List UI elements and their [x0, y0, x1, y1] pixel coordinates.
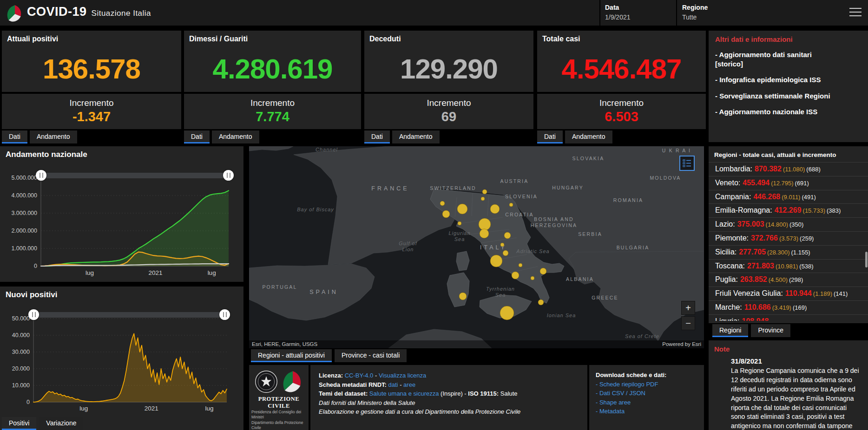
tab-variazione[interactable]: Variazione [39, 417, 83, 430]
map-bubble[interactable] [490, 204, 500, 214]
map-bubble[interactable] [509, 203, 513, 207]
slider-handle-left[interactable] [36, 170, 46, 181]
slider-handle-right[interactable] [223, 170, 234, 181]
region-increment: (538) [799, 263, 813, 270]
tab-andamento[interactable]: Andamento [565, 130, 612, 143]
y-axis-tick: 2.000.000 [11, 228, 37, 234]
link-aggiornamento-iss[interactable]: - Aggiornamento nazionale ISS [715, 107, 861, 117]
temi-link[interactable]: Salute umana e sicurezza [369, 390, 439, 397]
tab-dati[interactable]: Dati [364, 130, 390, 143]
map-bubble[interactable] [490, 255, 502, 267]
tab-andamento[interactable]: Andamento [212, 130, 259, 143]
region-row[interactable]: Lazio:375.003(14.800)(350) [709, 217, 868, 231]
map-bubble[interactable] [500, 243, 504, 247]
slider-handle-left[interactable] [28, 309, 39, 320]
region-row[interactable]: Toscana:271.803(10.981)(538) [709, 259, 868, 273]
tab-province[interactable]: Province [751, 324, 790, 337]
region-row[interactable]: Friuli Venezia Giulia:110.944(1.189)(141… [709, 287, 868, 300]
map-bubble[interactable] [540, 268, 546, 274]
region-row[interactable]: Piemonte:372.766(3.573)(259) [709, 231, 868, 245]
card-tabs: DatiAndamento [364, 130, 440, 143]
region-attuali: (15.733) [803, 207, 825, 214]
zoom-out-button[interactable]: − [681, 316, 695, 330]
tab-province-casi-totali[interactable]: Province - casi totali [335, 349, 407, 362]
tab-dati[interactable]: Dati [2, 130, 27, 143]
legend-icon [683, 159, 691, 168]
licenza-label: Licenza: [319, 372, 343, 379]
tab-dati[interactable]: Dati [184, 130, 210, 143]
download-csv-json-link[interactable]: - Dati CSV / JSON [596, 390, 645, 397]
link-sorveglianza-regioni[interactable]: - Sorveglianza settimanale Regioni [715, 91, 861, 101]
region-attuali: (14.800) [766, 221, 788, 228]
tab-andamento[interactable]: Andamento [30, 130, 77, 143]
visualizza-licenza-link[interactable]: Visualizza licenza [379, 372, 426, 379]
region-row[interactable]: Marche:110.686(3.419)(169) [709, 300, 868, 314]
map-bubble[interactable] [500, 306, 514, 320]
note-text: La Regione Campania comunica che a 9 dei… [731, 366, 862, 430]
region-attuali: (11.080) [783, 166, 805, 173]
slider-handle-right[interactable] [219, 309, 230, 320]
powered-by-esri: Powered by Esri [662, 340, 701, 348]
download-shape-link[interactable]: - Shape aree [596, 399, 631, 406]
region-row[interactable]: Lombardia:870.382(11.080)(688) [709, 162, 868, 176]
map-bubble[interactable] [440, 201, 445, 206]
map-bubble[interactable] [504, 232, 511, 239]
link-aggiornamento-storico[interactable]: - Aggiornamento dati sanitari [storico] [715, 50, 861, 68]
map-bubble[interactable] [457, 204, 467, 214]
note-title: Note [714, 345, 862, 353]
region-value[interactable]: Tutte [682, 13, 708, 21]
region-row[interactable]: Emilia-Romagna:412.269(15.733)(383) [709, 203, 868, 217]
region-attuali: (10.981) [776, 263, 798, 270]
legend-button[interactable] [679, 156, 695, 171]
date-value[interactable]: 1/9/2021 [605, 13, 631, 21]
licenza-link[interactable]: CC-BY-4.0 [345, 372, 374, 379]
map-bubble[interactable] [512, 272, 519, 279]
time-range-slider[interactable] [41, 173, 229, 178]
map-bubble[interactable] [480, 229, 489, 238]
zoom-in-button[interactable]: + [681, 301, 695, 315]
region-name: Friuli Venezia Giulia: [715, 289, 783, 297]
italy-map[interactable]: ChannelU K R A ISLOVAKIAMOLDOVAAUSTRIAHU… [249, 146, 704, 348]
region-row[interactable]: Campania:446.268(9.011)(491) [709, 190, 868, 204]
map-label: FRANCE [371, 185, 409, 192]
map-bubble[interactable] [481, 197, 485, 201]
tab-andamento[interactable]: Andamento [392, 130, 440, 143]
map-bubble[interactable] [459, 293, 467, 300]
footer-logos: PROTEZIONE CIVILE Presidenza del Consigl… [249, 365, 309, 430]
region-row[interactable]: Sicilia:277.705(28.300)(1.155) [709, 245, 868, 259]
map-bubble[interactable] [503, 250, 508, 256]
region-row[interactable]: Veneto:455.494(12.795)(691) [709, 176, 868, 190]
region-total: 110.944 [785, 289, 812, 297]
map-bubble[interactable] [482, 189, 487, 194]
presidenza-emblem-icon [254, 370, 278, 394]
link-infografica-iss[interactable]: - Infografica epidemiologica ISS [715, 75, 861, 85]
region-selector[interactable]: Regione Tutte [682, 4, 708, 21]
rndt-aree-link[interactable]: aree [403, 381, 415, 388]
y-axis-tick: 50.000 [12, 315, 30, 322]
map-bubble[interactable] [458, 222, 461, 225]
map-bubble[interactable] [442, 210, 450, 218]
map-attribution: Esri, HERE, Garmin, USGS Powered by Esri [249, 340, 704, 348]
download-pdf-link[interactable]: - Schede riepilogo PDF [596, 381, 658, 388]
y-axis-tick: 40.000 [12, 332, 30, 339]
tab-dati[interactable]: Dati [537, 130, 563, 143]
map-bubble[interactable] [538, 300, 544, 305]
download-title: Download schede e dati: [596, 371, 697, 380]
map-label: BULGARIA [617, 245, 650, 250]
region-total: 870.382 [755, 165, 782, 173]
rndt-dati-link[interactable]: dati [388, 381, 398, 388]
download-metadata-link[interactable]: - Metadata [596, 408, 625, 415]
region-row[interactable]: Puglia:263.852(4.500)(298) [709, 273, 868, 287]
tab-positivi[interactable]: Positivi [2, 417, 36, 430]
map-bubble[interactable] [531, 276, 534, 280]
tab-regioni[interactable]: Regioni [712, 324, 748, 337]
list-scrollbar-thumb[interactable] [865, 252, 868, 267]
tab-regioni-attuali-positivi[interactable]: Regioni - attuali positivi [251, 349, 332, 362]
region-row[interactable]: Liguria:108.948 [709, 314, 868, 321]
date-selector[interactable]: Data 1/9/2021 [605, 4, 631, 21]
map-bubble[interactable] [519, 263, 522, 267]
time-range-slider[interactable] [33, 312, 225, 318]
menu-icon[interactable] [849, 8, 861, 19]
map-bubble[interactable] [479, 218, 491, 230]
map-panel[interactable]: ChannelU K R A ISLOVAKIAMOLDOVAAUSTRIAHU… [249, 146, 704, 348]
